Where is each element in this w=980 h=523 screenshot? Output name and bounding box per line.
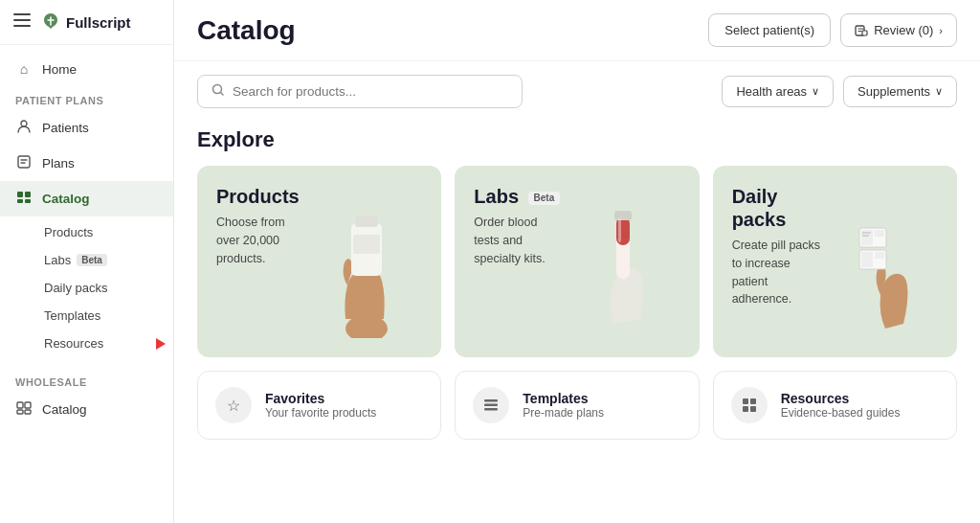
daily-packs-card-desc: Create pill packs to increase patient ad…	[732, 237, 823, 308]
explore-cards: Products Choose from over 20,000 product…	[197, 166, 957, 357]
resources-desc: Evidence-based guides	[781, 406, 901, 420]
filter-bar: Health areas ∨ Supplements ∨	[174, 61, 980, 118]
supplements-filter-button[interactable]: Supplements ∨	[843, 76, 957, 107]
templates-card[interactable]: Templates Pre-made plans	[455, 371, 699, 440]
svg-rect-11	[17, 410, 23, 414]
labs-card-title: Labs Beta	[474, 185, 565, 208]
svg-rect-2	[13, 25, 31, 27]
labs-card-beta-badge: Beta	[528, 192, 561, 205]
supplements-chevron-icon: ∨	[935, 85, 943, 98]
svg-rect-23	[618, 218, 621, 242]
resources-title: Resources	[781, 391, 901, 406]
templates-desc: Pre-made plans	[523, 406, 604, 420]
favorites-title: Favorites	[265, 391, 376, 406]
sidebar-item-products[interactable]: Products	[0, 218, 173, 246]
svg-point-3	[21, 121, 27, 126]
svg-rect-36	[750, 398, 756, 404]
review-icon	[855, 24, 868, 37]
daily-packs-card-text: Daily packs Create pill packs to increas…	[732, 185, 823, 308]
wholesale-catalog-icon	[15, 400, 33, 419]
templates-title: Templates	[523, 391, 604, 406]
svg-rect-12	[25, 410, 31, 414]
topbar-actions: Select patient(s) Review (0) ›	[708, 13, 957, 47]
svg-rect-22	[614, 211, 632, 220]
resources-icon	[731, 387, 768, 423]
catalog-icon	[15, 190, 33, 208]
bottle-svg	[326, 204, 403, 338]
catalog-sub-nav: Products Labs Beta Daily packs Templates…	[0, 216, 173, 359]
topbar: Catalog Select patient(s) Review (0) ›	[174, 0, 980, 61]
logo-icon	[40, 11, 61, 33]
sidebar-header: Fullscript	[0, 0, 173, 45]
health-areas-filter-button[interactable]: Health areas ∨	[722, 76, 834, 107]
daily-packs-card-title: Daily packs	[732, 185, 823, 231]
labs-card-text: Labs Beta Order blood tests and specialt…	[474, 185, 565, 267]
health-areas-chevron-icon: ∨	[812, 85, 819, 98]
sidebar: Fullscript ⌂ Home Patient plans Patients…	[0, 0, 174, 523]
labs-card-desc: Order blood tests and specialty kits.	[474, 214, 565, 267]
favorites-card-content: Favorites Your favorite products	[265, 391, 376, 420]
wholesale-section-label: Wholesale	[0, 367, 173, 392]
favorites-card[interactable]: ☆ Favorites Your favorite products	[197, 371, 441, 440]
resources-arrow	[152, 338, 166, 350]
svg-rect-37	[743, 406, 748, 412]
svg-rect-34	[484, 408, 498, 411]
review-button[interactable]: Review (0) ›	[840, 13, 957, 47]
explore-card-labs[interactable]: Labs Beta Order blood tests and specialt…	[455, 166, 699, 357]
products-card-image	[307, 185, 422, 338]
explore-section: Explore Products Choose from over 20,000…	[174, 118, 980, 440]
page-title: Catalog	[197, 15, 296, 46]
svg-rect-4	[18, 156, 30, 168]
svg-rect-9	[17, 402, 23, 408]
favorites-icon: ☆	[215, 387, 252, 423]
main-content: Catalog Select patient(s) Review (0) › H…	[174, 0, 980, 523]
sidebar-item-resources[interactable]: Resources	[0, 330, 173, 357]
products-card-desc: Choose from over 20,000 products.	[216, 214, 307, 267]
svg-rect-8	[25, 199, 31, 203]
filter-buttons: Health areas ∨ Supplements ∨	[722, 76, 957, 107]
tube-svg	[585, 199, 661, 338]
search-input[interactable]	[233, 84, 508, 99]
svg-rect-1	[13, 19, 31, 21]
review-chevron-icon: ›	[939, 25, 943, 36]
explore-title: Explore	[197, 127, 957, 152]
svg-rect-18	[355, 216, 378, 227]
favorites-desc: Your favorite products	[265, 406, 376, 420]
daily-packs-card-image	[823, 185, 938, 338]
patients-icon	[15, 119, 33, 137]
logo[interactable]: Fullscript	[40, 11, 131, 33]
svg-rect-19	[353, 235, 380, 254]
labs-card-image	[566, 185, 680, 338]
sidebar-item-home[interactable]: ⌂ Home	[0, 53, 173, 85]
svg-rect-14	[862, 31, 867, 35]
sidebar-nav: ⌂ Home Patient plans Patients Plans Cata…	[0, 45, 173, 435]
products-card-title: Products	[216, 185, 307, 208]
sidebar-item-wholesale-catalog[interactable]: Catalog	[0, 392, 173, 427]
pack-svg	[833, 204, 928, 338]
svg-rect-32	[484, 399, 498, 402]
plans-icon	[15, 154, 33, 172]
svg-rect-6	[25, 192, 31, 197]
explore-card-daily-packs[interactable]: Daily packs Create pill packs to increas…	[713, 166, 957, 357]
hamburger-icon[interactable]	[13, 13, 31, 31]
svg-rect-25	[861, 230, 873, 245]
sidebar-item-patients[interactable]: Patients	[0, 110, 173, 146]
select-patient-button[interactable]: Select patient(s)	[708, 13, 831, 47]
svg-rect-35	[743, 398, 748, 404]
resources-card[interactable]: Resources Evidence-based guides	[713, 371, 957, 440]
search-icon	[212, 83, 225, 100]
sidebar-item-catalog[interactable]: Catalog	[0, 181, 173, 216]
svg-rect-10	[25, 402, 31, 408]
sidebar-item-labs[interactable]: Labs Beta	[0, 246, 173, 274]
svg-rect-0	[13, 13, 31, 15]
sidebar-item-templates[interactable]: Templates	[0, 302, 173, 330]
explore-card-products[interactable]: Products Choose from over 20,000 product…	[197, 166, 441, 357]
sidebar-item-plans[interactable]: Plans	[0, 146, 173, 181]
svg-rect-5	[17, 192, 23, 197]
sidebar-item-daily-packs[interactable]: Daily packs	[0, 274, 173, 302]
svg-rect-38	[750, 406, 756, 412]
labs-beta-badge: Beta	[77, 254, 107, 266]
products-card-text: Products Choose from over 20,000 product…	[216, 185, 307, 267]
svg-rect-26	[875, 230, 884, 237]
templates-icon	[473, 387, 509, 423]
